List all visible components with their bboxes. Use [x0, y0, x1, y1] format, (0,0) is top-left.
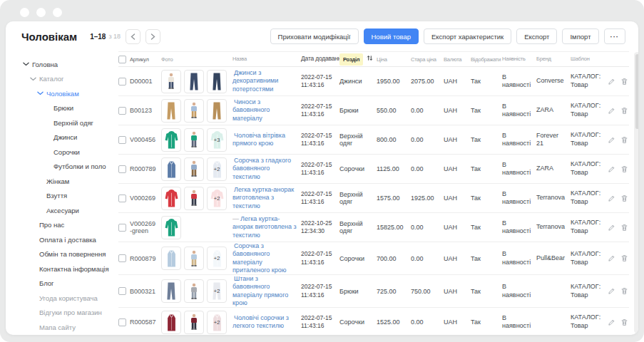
select-all-checkbox[interactable]	[118, 56, 126, 63]
row-checkbox[interactable]	[118, 78, 126, 86]
product-photo[interactable]	[184, 187, 204, 210]
sidebar-item[interactable]: Блог	[21, 276, 118, 291]
window-control-dot[interactable]	[53, 8, 62, 17]
chevron-down-icon[interactable]	[30, 251, 36, 257]
column-header-price[interactable]: Ціна	[377, 56, 411, 63]
edit-pencil-icon[interactable]	[608, 107, 615, 115]
row-checkbox[interactable]	[118, 165, 126, 173]
column-header-template[interactable]: Шаблон	[571, 56, 608, 63]
row-checkbox[interactable]	[118, 318, 126, 326]
sidebar-item[interactable]: Обмін та повернення	[21, 247, 118, 262]
column-header-brand[interactable]: Бренд	[536, 56, 571, 62]
chevron-down-icon[interactable]	[37, 207, 44, 214]
product-photo[interactable]	[184, 311, 204, 334]
delete-trash-icon[interactable]	[620, 254, 628, 262]
product-name-link[interactable]: Чоловіча вітрівка прямого крою	[232, 132, 285, 147]
edit-pencil-icon[interactable]	[608, 136, 615, 144]
import-button[interactable]: Імпорт	[562, 28, 598, 44]
row-checkbox[interactable]	[118, 287, 126, 295]
delete-trash-icon[interactable]	[620, 224, 628, 232]
prev-page-button[interactable]	[126, 29, 140, 44]
product-photo[interactable]	[184, 247, 204, 270]
product-photo[interactable]	[184, 128, 204, 152]
product-photo[interactable]: +3	[207, 128, 227, 152]
chevron-down-icon[interactable]	[30, 237, 36, 243]
new-product-button[interactable]: Новий товар	[364, 28, 419, 44]
delete-trash-icon[interactable]	[620, 287, 628, 295]
chevron-down-icon[interactable]	[30, 280, 36, 286]
window-control-dot[interactable]	[36, 8, 46, 17]
product-name-link[interactable]: Штани з бавовняного матеріалу прямого кр…	[232, 275, 288, 306]
chevron-down-icon[interactable]	[30, 266, 36, 272]
hide-modifications-button[interactable]: Приховати модифікації	[270, 28, 359, 44]
product-name-link[interactable]: Джинси з декоративними потертостями	[232, 69, 278, 93]
chevron-down-icon[interactable]	[37, 192, 44, 199]
sidebar-item[interactable]: Аксесуари	[21, 203, 118, 218]
product-photo[interactable]	[161, 99, 181, 123]
sidebar-item[interactable]: Брюки	[21, 101, 118, 116]
column-header-old-price[interactable]: Стара ціна	[411, 56, 444, 63]
sidebar-item[interactable]: Мапа сайту	[21, 320, 118, 335]
product-photo[interactable]	[161, 279, 181, 303]
product-photo[interactable]: +2	[207, 247, 227, 270]
chevron-down-icon[interactable]	[23, 61, 29, 68]
sidebar-item[interactable]: Контактна інформація	[21, 261, 118, 276]
sort-icon[interactable]	[367, 55, 373, 61]
more-actions-button[interactable]: ···	[604, 28, 626, 44]
column-header-photo[interactable]: Фото	[161, 56, 232, 63]
product-photo[interactable]	[184, 70, 204, 93]
product-name-link[interactable]: Сорочка з гладкого бавовняного текстилю	[232, 157, 291, 180]
product-photo[interactable]	[161, 247, 181, 270]
sidebar-item[interactable]: Чоловікам	[21, 86, 118, 101]
product-photo[interactable]: +2	[207, 311, 227, 334]
chevron-down-icon[interactable]	[37, 90, 44, 97]
sidebar-item[interactable]: Сорочки	[21, 145, 118, 160]
export-characteristics-button[interactable]: Експорт характеристик	[424, 28, 511, 44]
product-name-link[interactable]: Чиноси з бавовняного матеріалу	[232, 98, 270, 122]
product-photo[interactable]	[161, 216, 181, 239]
row-checkbox[interactable]	[118, 195, 126, 202]
product-photo[interactable]: +2	[207, 279, 227, 303]
product-photo[interactable]	[161, 157, 181, 181]
delete-trash-icon[interactable]	[620, 318, 628, 326]
scrollbar-track[interactable]	[634, 52, 638, 333]
column-header-currency[interactable]: Валюта	[444, 56, 471, 63]
row-checkbox[interactable]	[118, 107, 126, 115]
chevron-down-icon[interactable]	[44, 120, 51, 126]
chevron-down-icon[interactable]	[30, 309, 36, 316]
sidebar-item[interactable]: Про нас	[21, 218, 118, 233]
sidebar-item[interactable]: Угода користувача	[21, 291, 118, 306]
chevron-down-icon[interactable]	[30, 222, 36, 228]
row-checkbox[interactable]	[118, 254, 126, 262]
product-name-link[interactable]: Сорочка з бавовняного матеріалу притален…	[232, 242, 286, 274]
sidebar-item[interactable]: Взуття	[21, 189, 118, 204]
edit-pencil-icon[interactable]	[608, 78, 615, 86]
edit-pencil-icon[interactable]	[608, 165, 615, 173]
row-checkbox[interactable]	[118, 224, 126, 232]
delete-trash-icon[interactable]	[620, 195, 628, 202]
sidebar-item[interactable]: Відгуки про магазин	[21, 306, 118, 321]
product-photo[interactable]	[161, 70, 181, 93]
product-photo[interactable]	[184, 279, 204, 303]
column-header-availability[interactable]: Наявність	[502, 56, 536, 62]
column-header-name[interactable]: Назва	[232, 56, 301, 62]
sidebar-item[interactable]: Оплата і доставка	[21, 232, 118, 247]
product-photo[interactable]	[161, 128, 181, 152]
delete-trash-icon[interactable]	[620, 165, 628, 173]
edit-pencil-icon[interactable]	[608, 287, 615, 295]
scrollbar-thumb[interactable]	[635, 54, 638, 129]
chevron-down-icon[interactable]	[30, 324, 36, 331]
column-header-section[interactable]: Розділ	[339, 53, 377, 66]
edit-pencil-icon[interactable]	[608, 195, 615, 202]
delete-trash-icon[interactable]	[620, 107, 628, 115]
edit-pencil-icon[interactable]	[608, 318, 615, 326]
sidebar-item[interactable]: Джинси	[21, 130, 118, 145]
next-page-button[interactable]	[145, 29, 160, 44]
chevron-down-icon[interactable]	[44, 163, 51, 170]
sidebar-item[interactable]: Верхній одяг	[21, 115, 118, 130]
export-button[interactable]: Експорт	[516, 28, 557, 44]
product-name-link[interactable]: Легка куртка-анорак виготовлена з тексти…	[232, 215, 297, 239]
chevron-down-icon[interactable]	[37, 178, 44, 185]
delete-trash-icon[interactable]	[620, 78, 628, 86]
product-photo[interactable]	[207, 70, 227, 93]
